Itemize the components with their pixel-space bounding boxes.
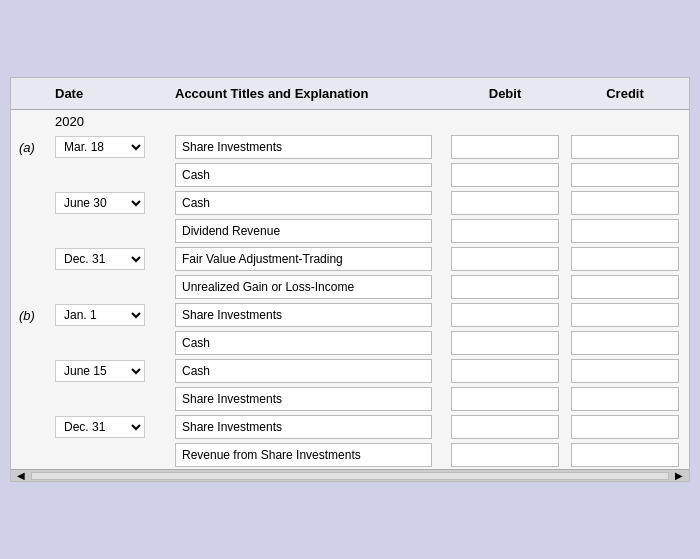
date-select-b3[interactable]: June 15 [55,360,145,382]
debit-cell-b2 [445,331,565,355]
table-header: Date Account Titles and Explanation Debi… [11,78,689,110]
date-select-b5[interactable]: Dec. 31 [55,416,145,438]
credit-input-b1[interactable] [571,303,679,327]
debit-cell-b3 [445,359,565,383]
table-row: June 15 [11,357,689,385]
account-input-a1[interactable] [175,135,432,159]
credit-cell-a3 [565,191,685,215]
table-row [11,161,689,189]
table-row: (b) Jan. 1 [11,301,689,329]
account-input-b4[interactable] [175,387,432,411]
credit-cell-b5 [565,415,685,439]
credit-cell-b1 [565,303,685,327]
date-select-a3[interactable]: June 30 [55,192,145,214]
section-label-a: (a) [15,140,55,155]
account-input-b1[interactable] [175,303,432,327]
debit-cell-b5 [445,415,565,439]
account-input-a4[interactable] [175,219,432,243]
account-cell-b2 [175,331,445,355]
account-cell-a6 [175,275,445,299]
credit-input-a1[interactable] [571,135,679,159]
account-cell-b5 [175,415,445,439]
date-cell-a3: June 30 [55,192,175,214]
account-input-b5[interactable] [175,415,432,439]
debit-input-a2[interactable] [451,163,559,187]
table-row [11,217,689,245]
scroll-right-arrow[interactable]: ▶ [669,470,689,481]
year-2020: 2020 [11,110,689,133]
debit-input-b2[interactable] [451,331,559,355]
credit-input-b6[interactable] [571,443,679,467]
account-header: Account Titles and Explanation [175,86,445,101]
debit-input-b4[interactable] [451,387,559,411]
debit-input-a6[interactable] [451,275,559,299]
debit-cell-a6 [445,275,565,299]
section-label-b: (b) [15,308,55,323]
date-select-a1[interactable]: Mar. 18 [55,136,145,158]
debit-cell-a3 [445,191,565,215]
debit-header: Debit [445,86,565,101]
account-cell-b6 [175,443,445,467]
credit-input-a6[interactable] [571,275,679,299]
table-row: Dec. 31 [11,413,689,441]
credit-input-a5[interactable] [571,247,679,271]
credit-cell-b6 [565,443,685,467]
scroll-left-arrow[interactable]: ◀ [11,470,31,481]
account-cell-b1 [175,303,445,327]
account-cell-a5 [175,247,445,271]
debit-cell-a4 [445,219,565,243]
debit-input-a4[interactable] [451,219,559,243]
account-input-b2[interactable] [175,331,432,355]
table-row: (a) Mar. 18 [11,133,689,161]
date-select-a5[interactable]: Dec. 31 [55,248,145,270]
account-cell-a4 [175,219,445,243]
debit-cell-b4 [445,387,565,411]
account-cell-a1 [175,135,445,159]
debit-cell-a2 [445,163,565,187]
credit-cell-b2 [565,331,685,355]
credit-cell-b4 [565,387,685,411]
journal-content: 2020 (a) Mar. 18 [11,110,689,469]
credit-header: Credit [565,86,685,101]
credit-cell-a1 [565,135,685,159]
credit-input-b5[interactable] [571,415,679,439]
account-input-b6[interactable] [175,443,432,467]
date-cell-b1: Jan. 1 [55,304,175,326]
account-input-a5[interactable] [175,247,432,271]
account-input-a6[interactable] [175,275,432,299]
account-input-a3[interactable] [175,191,432,215]
credit-input-b4[interactable] [571,387,679,411]
credit-input-a3[interactable] [571,191,679,215]
table-row [11,441,689,469]
debit-input-b3[interactable] [451,359,559,383]
date-header: Date [55,86,175,101]
credit-cell-a6 [565,275,685,299]
table-row [11,273,689,301]
credit-input-b2[interactable] [571,331,679,355]
credit-input-a4[interactable] [571,219,679,243]
scroll-track[interactable] [31,472,669,480]
table-row [11,329,689,357]
account-cell-a3 [175,191,445,215]
debit-input-b6[interactable] [451,443,559,467]
table-row: Dec. 31 [11,245,689,273]
credit-input-a2[interactable] [571,163,679,187]
debit-input-a5[interactable] [451,247,559,271]
debit-cell-b6 [445,443,565,467]
debit-input-b5[interactable] [451,415,559,439]
account-cell-a2 [175,163,445,187]
debit-input-a3[interactable] [451,191,559,215]
debit-input-b1[interactable] [451,303,559,327]
journal-entry-form: Date Account Titles and Explanation Debi… [10,77,690,482]
credit-cell-b3 [565,359,685,383]
debit-cell-b1 [445,303,565,327]
horizontal-scrollbar[interactable]: ◀ ▶ [11,469,689,481]
debit-input-a1[interactable] [451,135,559,159]
account-input-a2[interactable] [175,163,432,187]
date-select-b1[interactable]: Jan. 1 [55,304,145,326]
debit-cell-a5 [445,247,565,271]
credit-input-b3[interactable] [571,359,679,383]
credit-cell-a2 [565,163,685,187]
account-input-b3[interactable] [175,359,432,383]
credit-cell-a5 [565,247,685,271]
